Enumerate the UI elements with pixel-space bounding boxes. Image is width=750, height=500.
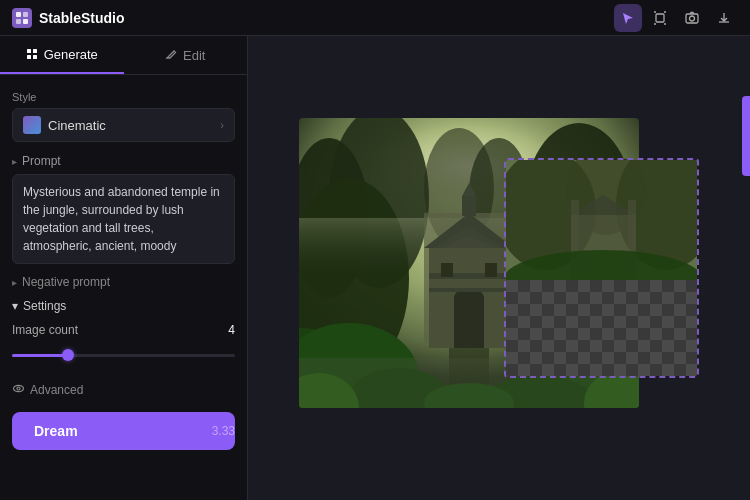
svg-rect-152 <box>626 340 638 352</box>
svg-rect-77 <box>686 280 698 292</box>
svg-rect-106 <box>650 304 662 316</box>
svg-rect-29 <box>462 196 476 216</box>
svg-rect-183 <box>614 364 626 376</box>
svg-rect-126 <box>506 328 518 340</box>
edit-icon <box>165 49 177 61</box>
svg-rect-151 <box>614 340 626 352</box>
svg-rect-142 <box>506 340 518 352</box>
svg-rect-64 <box>530 280 542 292</box>
moon-icon <box>12 423 26 440</box>
svg-rect-3 <box>23 19 28 24</box>
cursor-tool-btn[interactable] <box>614 4 642 32</box>
image-count-row: Image count 4 <box>12 323 235 337</box>
svg-rect-187 <box>662 364 674 376</box>
svg-rect-171 <box>662 352 674 364</box>
svg-rect-70 <box>602 280 614 292</box>
svg-rect-144 <box>530 340 542 352</box>
svg-rect-177 <box>542 364 554 376</box>
svg-rect-78 <box>506 292 518 304</box>
svg-rect-138 <box>650 328 662 340</box>
svg-rect-173 <box>686 352 698 364</box>
svg-point-11 <box>14 385 24 391</box>
svg-rect-130 <box>554 328 566 340</box>
canvas-area[interactable] <box>248 36 750 500</box>
svg-rect-93 <box>686 292 698 304</box>
svg-rect-120 <box>626 316 638 328</box>
svg-rect-103 <box>614 304 626 316</box>
image-count-label: Image count <box>12 323 78 337</box>
svg-rect-128 <box>530 328 542 340</box>
svg-rect-119 <box>614 316 626 328</box>
slider-track <box>12 354 235 357</box>
svg-rect-188 <box>674 364 686 376</box>
svg-rect-189 <box>686 364 698 376</box>
svg-rect-122 <box>650 316 662 328</box>
tab-generate[interactable]: Generate <box>0 36 124 74</box>
svg-rect-129 <box>542 328 554 340</box>
app-header: StableStudio <box>0 0 750 36</box>
dream-credit: 3.33 <box>212 424 235 438</box>
svg-rect-174 <box>506 364 518 376</box>
svg-rect-168 <box>626 352 638 364</box>
svg-rect-4 <box>656 14 664 22</box>
dream-button[interactable]: Dream 3.33 <box>12 412 235 450</box>
advanced-label: Advanced <box>30 383 83 397</box>
svg-rect-141 <box>686 328 698 340</box>
svg-rect-132 <box>578 328 590 340</box>
svg-rect-71 <box>614 280 626 292</box>
svg-rect-96 <box>530 304 542 316</box>
svg-rect-110 <box>506 316 518 328</box>
camera-tool-btn[interactable] <box>678 4 706 32</box>
svg-rect-185 <box>638 364 650 376</box>
prompt-header[interactable]: ▸ Prompt <box>12 154 235 168</box>
advanced-row[interactable]: Advanced <box>0 376 247 404</box>
settings-arrow-icon: ▾ <box>12 299 18 313</box>
neg-prompt-arrow-icon: ▸ <box>12 277 17 288</box>
overlay-image <box>504 158 699 378</box>
svg-rect-127 <box>518 328 530 340</box>
generate-icon <box>26 48 38 60</box>
svg-rect-165 <box>590 352 602 364</box>
svg-rect-81 <box>542 292 554 304</box>
svg-rect-111 <box>518 316 530 328</box>
settings-label: Settings <box>23 299 66 313</box>
svg-point-6 <box>690 16 695 21</box>
svg-rect-33 <box>434 273 442 348</box>
negative-prompt-header[interactable]: ▸ Negative prompt <box>12 275 235 289</box>
slider-thumb[interactable] <box>62 349 74 361</box>
prompt-text[interactable]: Mysterious and abandoned temple in the j… <box>12 174 235 264</box>
style-selector[interactable]: Cinematic › <box>12 108 235 142</box>
svg-rect-167 <box>614 352 626 364</box>
svg-rect-68 <box>578 280 590 292</box>
image-count-value: 4 <box>228 323 235 337</box>
svg-rect-104 <box>626 304 638 316</box>
right-accent <box>742 96 750 176</box>
tab-edit[interactable]: Edit <box>124 36 248 74</box>
download-tool-btn[interactable] <box>710 4 738 32</box>
svg-rect-9 <box>27 55 31 59</box>
image-container <box>299 88 699 428</box>
svg-rect-143 <box>518 340 530 352</box>
svg-rect-155 <box>662 340 674 352</box>
app-logo: StableStudio <box>12 8 125 28</box>
svg-rect-75 <box>662 280 674 292</box>
svg-rect-118 <box>602 316 614 328</box>
svg-rect-159 <box>518 352 530 364</box>
svg-rect-2 <box>16 19 21 24</box>
svg-rect-163 <box>566 352 578 364</box>
advanced-eye-icon <box>12 382 25 398</box>
svg-rect-84 <box>578 292 590 304</box>
svg-rect-162 <box>554 352 566 364</box>
prompt-section: ▸ Prompt Mysterious and abandoned temple… <box>0 148 247 270</box>
svg-rect-115 <box>566 316 578 328</box>
svg-rect-94 <box>506 304 518 316</box>
svg-rect-136 <box>626 328 638 340</box>
svg-rect-72 <box>626 280 638 292</box>
outpaint-tool-btn[interactable] <box>646 4 674 32</box>
sidebar: Generate Edit Style Cinematic › <box>0 36 248 500</box>
settings-header[interactable]: ▾ Settings <box>12 299 235 313</box>
svg-rect-112 <box>530 316 542 328</box>
svg-rect-91 <box>662 292 674 304</box>
image-count-slider[interactable] <box>12 347 235 363</box>
svg-rect-10 <box>33 55 37 59</box>
